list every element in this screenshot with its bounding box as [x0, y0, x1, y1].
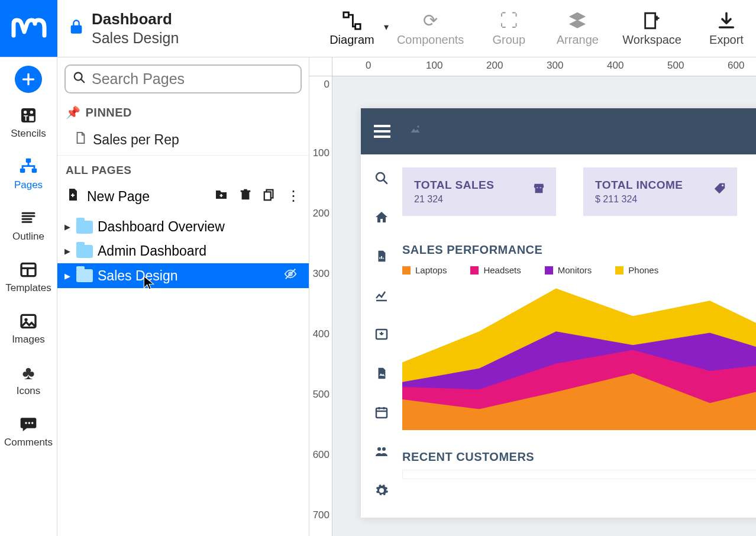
- svg-rect-6: [29, 116, 34, 121]
- rail-comments[interactable]: Comments: [0, 409, 57, 453]
- stat-card-total-sales[interactable]: TOTAL SALES 21 324: [402, 167, 556, 216]
- tree-item-selected[interactable]: ▶ Sales Design: [57, 263, 309, 288]
- ruler-mark: 100: [426, 60, 442, 72]
- pages-search[interactable]: [64, 64, 302, 93]
- rail-comments-label: Comments: [4, 437, 53, 448]
- pages-search-input[interactable]: [92, 70, 293, 88]
- more-icon[interactable]: ⋮: [286, 188, 301, 205]
- toolbar-export-label: Export: [709, 33, 744, 47]
- toolbar-arrange[interactable]: Arrange: [554, 11, 601, 47]
- rail-images[interactable]: Images: [0, 306, 57, 350]
- legend-swatch: [470, 266, 479, 275]
- card-value: 21 324: [414, 194, 544, 205]
- add-button[interactable]: [15, 66, 42, 93]
- section-title-sales: SALES PERFORMANCE: [402, 243, 756, 257]
- sales-area-chart[interactable]: [402, 282, 756, 430]
- toolbar-export[interactable]: Export: [703, 11, 750, 47]
- lock-icon: [68, 18, 85, 39]
- legend-item[interactable]: Headsets: [470, 265, 521, 275]
- workspace-icon: [642, 11, 662, 31]
- toolbar-group-label: Group: [493, 33, 526, 47]
- legend-label: Phones: [628, 265, 658, 275]
- toolbar-workspace[interactable]: Workspace: [622, 11, 681, 47]
- picture-icon[interactable]: [375, 366, 388, 384]
- line-chart-icon[interactable]: [374, 288, 389, 306]
- rail-templates[interactable]: Templates: [0, 254, 57, 299]
- chevron-right-icon[interactable]: ▶: [63, 272, 72, 280]
- tree-item-label: Sales Design: [98, 268, 178, 284]
- delete-icon[interactable]: [239, 188, 252, 205]
- toolbar-workspace-label: Workspace: [622, 33, 681, 47]
- chevron-right-icon[interactable]: ▶: [63, 247, 72, 256]
- mockup-frame[interactable]: TOTAL SALES 21 324 TOTAL INCOME $ 211 32…: [361, 108, 756, 518]
- mockup-sidebar: [361, 154, 402, 518]
- group-icon: ⛶: [499, 11, 519, 31]
- search-icon[interactable]: [374, 171, 389, 189]
- svg-point-25: [382, 447, 386, 451]
- legend-swatch: [402, 266, 411, 275]
- rail-pages[interactable]: Pages: [0, 151, 57, 196]
- tree-item[interactable]: ▶ Dashboard Overview: [57, 215, 309, 239]
- page-icon: [74, 130, 87, 149]
- ruler-horizontal[interactable]: 0 100 200 300 400 500 600: [332, 57, 756, 76]
- legend-item[interactable]: Phones: [615, 265, 658, 275]
- legend-label: Headsets: [483, 265, 521, 275]
- new-page-icon[interactable]: [66, 186, 80, 206]
- duplicate-icon[interactable]: [263, 188, 276, 205]
- plus-icon: [21, 72, 36, 87]
- toolbar-components-label: Components: [397, 33, 464, 47]
- chevron-right-icon[interactable]: ▶: [63, 222, 72, 231]
- ruler-mark: 100: [313, 147, 329, 159]
- top-toolbar: Diagram ▾ ⟳ Components ⛶ Group Arrange W…: [328, 0, 756, 57]
- hidden-icon[interactable]: [284, 267, 297, 284]
- pages-icon: [18, 156, 38, 177]
- svg-rect-8: [20, 169, 25, 173]
- file-chart-icon[interactable]: [375, 249, 388, 267]
- home-icon[interactable]: [374, 210, 389, 228]
- rail-pages-label: Pages: [14, 179, 43, 191]
- ruler-mark: 200: [313, 208, 329, 219]
- icons-icon: ♣: [22, 362, 35, 383]
- app-logo[interactable]: [0, 0, 57, 57]
- rail-icons[interactable]: ♣ Icons: [0, 357, 57, 402]
- tree-item-label: Admin Dashboard: [98, 243, 206, 259]
- ruler-mark: 400: [607, 60, 623, 72]
- ruler-vertical[interactable]: 0 100 200 300 400 500 600 700: [309, 76, 332, 536]
- doc-title[interactable]: Dashboard: [92, 9, 179, 29]
- tree-item[interactable]: ▶ Admin Dashboard: [57, 239, 309, 263]
- users-icon[interactable]: [374, 444, 389, 462]
- gear-icon[interactable]: [374, 483, 389, 501]
- left-rail: T Stencils Pages Outline Templates Image…: [0, 57, 57, 536]
- legend-item[interactable]: Laptops: [402, 265, 447, 275]
- toolbar-diagram[interactable]: Diagram ▾: [328, 11, 376, 47]
- caret-down-icon[interactable]: ▾: [384, 21, 389, 33]
- toolbar-components[interactable]: ⟳ Components: [397, 11, 464, 47]
- tree-item-label: Dashboard Overview: [98, 219, 225, 235]
- folder-icon: [76, 245, 93, 258]
- legend-item[interactable]: Monitors: [545, 265, 592, 275]
- ruler-mark: 700: [313, 509, 329, 521]
- ruler-mark: 0: [324, 79, 329, 91]
- stat-card-total-income[interactable]: TOTAL INCOME $ 211 324: [583, 167, 737, 216]
- images-icon: [19, 311, 38, 332]
- legend-swatch: [545, 266, 553, 275]
- pin-icon: 📌: [66, 105, 81, 120]
- calendar-icon[interactable]: [374, 405, 389, 423]
- new-folder-icon[interactable]: [214, 188, 228, 205]
- rail-images-label: Images: [12, 334, 45, 346]
- rail-stencils[interactable]: T Stencils: [0, 100, 57, 144]
- app-header: Dashboard Sales Design Diagram ▾ ⟳ Compo…: [0, 0, 756, 57]
- pinned-item[interactable]: Sales per Rep: [57, 124, 309, 156]
- inbox-icon[interactable]: [374, 327, 389, 345]
- ruler-mark: 500: [313, 389, 329, 401]
- svg-rect-18: [264, 192, 271, 200]
- rail-outline[interactable]: Outline: [0, 203, 57, 247]
- toolbar-group[interactable]: ⛶ Group: [485, 11, 532, 47]
- svg-point-26: [722, 185, 723, 186]
- doc-subtitle[interactable]: Sales Design: [92, 29, 179, 47]
- hamburger-icon[interactable]: [374, 125, 390, 138]
- ruler-mark: 600: [728, 60, 744, 72]
- new-page-label[interactable]: New Page: [87, 189, 150, 205]
- outline-icon: [20, 208, 37, 229]
- canvas[interactable]: TOTAL SALES 21 324 TOTAL INCOME $ 211 32…: [332, 76, 756, 536]
